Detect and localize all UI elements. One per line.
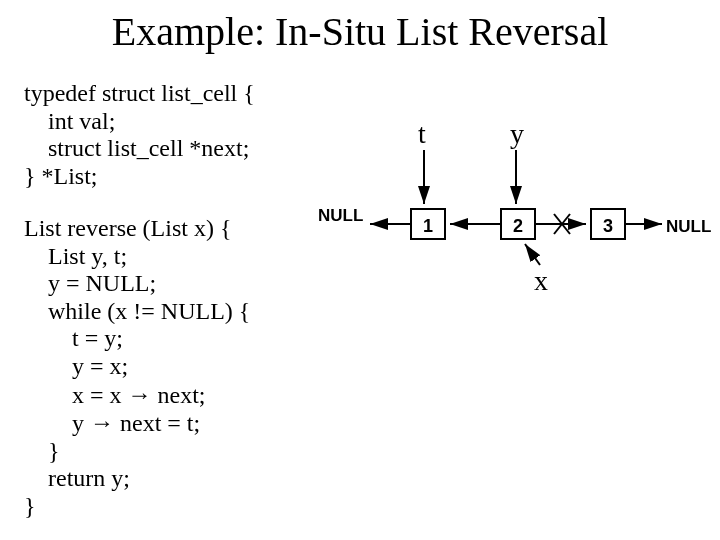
var-t-label: t — [418, 118, 426, 150]
code-line: return y; — [24, 465, 130, 491]
slide: { "title": "Example: In-Situ List Revers… — [0, 0, 720, 540]
svg-line-7 — [554, 214, 570, 234]
code-line: y — [24, 410, 90, 436]
var-x-label: x — [534, 265, 548, 297]
svg-line-2 — [525, 244, 540, 265]
code-line: } — [24, 438, 60, 464]
code-line: typedef struct list_cell { — [24, 80, 255, 106]
code-line: y = x; — [24, 353, 128, 379]
code-line: struct list_cell *next; — [24, 135, 249, 161]
code-line: List reverse (List x) { — [24, 215, 231, 241]
node-3: 3 — [590, 208, 626, 240]
code-line: List y, t; — [24, 243, 127, 269]
node-2: 2 — [500, 208, 536, 240]
code-line: y = NULL; — [24, 270, 156, 296]
var-y-label: y — [510, 118, 524, 150]
code-line: while (x != NULL) { — [24, 298, 250, 324]
code-line: next; — [152, 382, 206, 408]
code-line: } — [24, 493, 36, 519]
slide-title: Example: In-Situ List Reversal — [0, 8, 720, 55]
null-left-label: NULL — [318, 206, 363, 226]
null-right-label: NULL — [666, 217, 711, 237]
code-line: next = t; — [114, 410, 200, 436]
function-block: List reverse (List x) { List y, t; y = N… — [24, 215, 250, 521]
svg-line-6 — [554, 214, 570, 234]
code-line: x = x — [24, 382, 128, 408]
list-diagram: t y x NULL NULL 1 2 3 — [310, 100, 720, 300]
arrow-icon: → — [128, 381, 152, 408]
code-line: int val; — [24, 108, 115, 134]
typedef-block: typedef struct list_cell { int val; stru… — [24, 80, 255, 190]
code-line: } *List; — [24, 163, 98, 189]
arrow-icon: → — [90, 409, 114, 436]
code-line: t = y; — [24, 325, 123, 351]
node-1: 1 — [410, 208, 446, 240]
